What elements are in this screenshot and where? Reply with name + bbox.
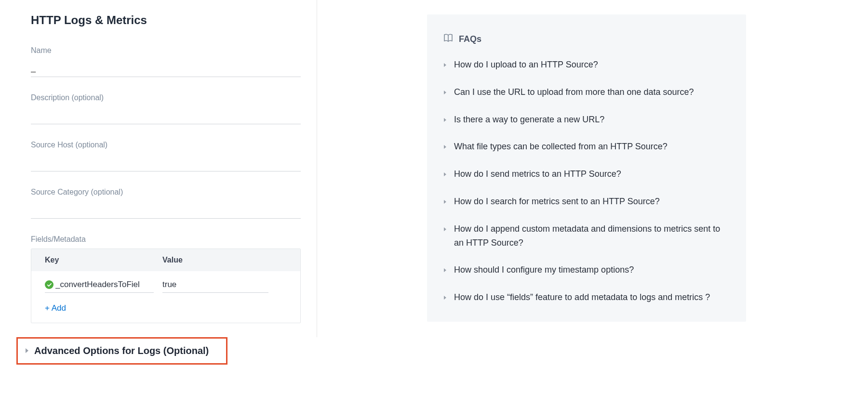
faq-item[interactable]: How do I upload to an HTTP Source? [443, 58, 730, 72]
caret-right-icon [443, 170, 447, 179]
faq-question: How do I upload to an HTTP Source? [454, 58, 598, 72]
add-metadata-button[interactable]: + Add [45, 303, 287, 313]
faq-item[interactable]: How do I send metrics to an HTTP Source? [443, 167, 730, 181]
faq-item[interactable]: Can I use the URL to upload from more th… [443, 85, 730, 99]
page-title: HTTP Logs & Metrics [31, 13, 299, 27]
source-category-label: Source Category (optional) [31, 188, 299, 197]
caret-right-icon [443, 293, 447, 302]
caret-right-icon [25, 347, 29, 355]
value-cell [162, 280, 268, 293]
caret-right-icon [443, 197, 447, 206]
key-cell [45, 280, 154, 293]
faq-question: How do I use “fields” feature to add met… [454, 290, 710, 304]
faqs-list: How do I upload to an HTTP Source?Can I … [443, 58, 730, 304]
metadata-value-header: Value [162, 256, 183, 264]
faq-item[interactable]: What file types can be collected from an… [443, 140, 730, 154]
faq-item[interactable]: How should I configure my timestamp opti… [443, 263, 730, 277]
source-host-group: Source Host (optional) [31, 141, 299, 171]
metadata-label: Fields/Metadata [31, 235, 299, 244]
faq-question: Is there a way to generate a new URL? [454, 113, 604, 127]
metadata-key-header: Key [45, 256, 162, 264]
faq-item[interactable]: How do I search for metrics sent to an H… [443, 195, 730, 209]
name-input[interactable] [31, 60, 301, 77]
caret-right-icon [443, 143, 447, 151]
faq-question: What file types can be collected from an… [454, 140, 668, 154]
faqs-title: FAQs [459, 34, 481, 44]
faq-item[interactable]: How do I append custom metadata and dime… [443, 222, 730, 250]
metadata-table: Key Value + Add [31, 249, 301, 323]
source-host-label: Source Host (optional) [31, 141, 299, 149]
faq-question: How should I configure my timestamp opti… [454, 263, 634, 277]
source-category-input[interactable] [31, 201, 301, 219]
faq-question: Can I use the URL to upload from more th… [454, 85, 694, 99]
faq-item[interactable]: Is there a way to generate a new URL? [443, 113, 730, 127]
source-host-input[interactable] [31, 154, 301, 171]
caret-right-icon [443, 116, 447, 124]
faq-question: How do I search for metrics sent to an H… [454, 195, 660, 209]
faq-item[interactable]: How do I use “fields” feature to add met… [443, 290, 730, 304]
description-group: Description (optional) [31, 93, 299, 124]
caret-right-icon [443, 266, 447, 275]
faq-question: How do I send metrics to an HTTP Source? [454, 167, 621, 181]
source-form-panel: HTTP Logs & Metrics Name Description (op… [13, 0, 317, 337]
faq-question: How do I append custom metadata and dime… [454, 222, 730, 250]
description-input[interactable] [31, 107, 301, 124]
table-row [45, 280, 287, 293]
description-label: Description (optional) [31, 93, 299, 102]
caret-right-icon [443, 88, 447, 97]
book-icon [443, 34, 453, 44]
caret-right-icon [443, 225, 447, 234]
metadata-header: Key Value [31, 249, 300, 271]
source-category-group: Source Category (optional) [31, 188, 299, 219]
name-label: Name [31, 46, 299, 55]
metadata-body: + Add [31, 271, 300, 323]
faqs-panel: FAQs How do I upload to an HTTP Source?C… [427, 14, 746, 322]
name-group: Name [31, 46, 299, 77]
advanced-options-label: Advanced Options for Logs (Optional) [34, 345, 209, 356]
caret-right-icon [443, 61, 447, 69]
advanced-options-toggle[interactable]: Advanced Options for Logs (Optional) [16, 337, 227, 365]
metadata-value-input[interactable] [162, 280, 268, 289]
metadata-key-input[interactable] [55, 280, 154, 289]
faqs-header: FAQs [443, 34, 730, 44]
check-circle-icon [45, 280, 53, 289]
